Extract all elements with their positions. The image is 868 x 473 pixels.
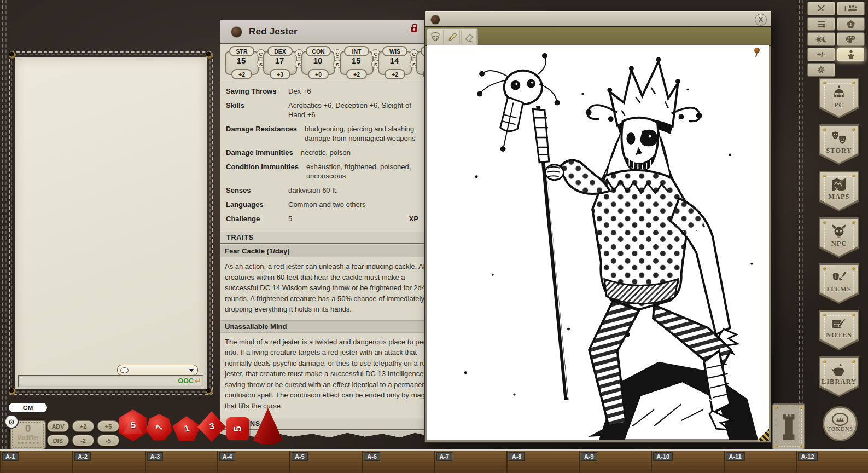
list-options-button[interactable] (807, 17, 835, 31)
modifier-button[interactable]: DIS (47, 435, 69, 446)
die-button[interactable]: 1 (837, 17, 865, 31)
nail-icon (823, 175, 826, 177)
section-entry: Fear Cackle (1/day) As an action, a red … (220, 245, 439, 319)
chat-input[interactable]: OOC ↵ (18, 375, 203, 387)
modifier-button[interactable]: ADV (47, 420, 69, 432)
hotbar-tab-label: A-1 (2, 452, 19, 461)
section-entries: Fear Cackle (1/day) As an action, a red … (220, 245, 439, 416)
ability-block: INT 15 +2 C S (340, 44, 378, 80)
image-tool-strip (427, 28, 478, 45)
detail-row: Skills Acrobatics +6, Deception +6, Slei… (226, 101, 435, 119)
hotbar-slot[interactable]: A-5 (289, 451, 362, 473)
jester-illustration[interactable] (427, 45, 769, 440)
sidebar-item-items[interactable]: ITEMS (819, 263, 859, 304)
ability-score[interactable]: 15 (225, 56, 258, 65)
detail-value: necrotic, poison (301, 148, 418, 157)
modifier-button[interactable]: +2 (72, 420, 94, 432)
hotbar-slot[interactable]: A-8 (506, 451, 579, 473)
chat-log[interactable]: OOC ↵ (15, 57, 207, 389)
modifier-button[interactable]: -5 (97, 435, 119, 446)
die[interactable]: 1 (172, 416, 201, 441)
nail-icon (852, 360, 855, 363)
settings-gear-button[interactable] (807, 63, 835, 77)
entry-name[interactable]: Unassailable Mind (220, 320, 439, 333)
palette-button[interactable] (837, 32, 865, 46)
entry-name[interactable]: Fear Cackle (1/day) (220, 245, 439, 257)
ability-modifier[interactable]: +2 (231, 69, 252, 79)
modifier-button[interactable]: -2 (72, 435, 94, 446)
crossed-swords-button[interactable] (807, 2, 835, 15)
modifiers-button[interactable]: +/- (807, 48, 835, 61)
close-icon[interactable]: X (755, 14, 767, 26)
sidebar-item-library[interactable]: LIBRARY (819, 356, 859, 397)
ability-name: CON (306, 46, 331, 56)
detail-value: Common and two others (288, 200, 418, 209)
radial-menu-knob-icon[interactable] (231, 26, 242, 38)
hotbar-slot[interactable]: A-2 (72, 451, 144, 473)
detail-value: bludgeoning, piercing and slashing damag… (305, 124, 418, 143)
hotbar-slot[interactable]: A-3 (145, 451, 217, 473)
ability-modifier[interactable]: +0 (308, 69, 329, 79)
chat-mode-ooc[interactable]: OOC (178, 377, 194, 385)
erase-tool-icon[interactable] (461, 30, 477, 44)
nail-icon (800, 445, 802, 447)
nail-icon (800, 406, 802, 409)
nail-icon (823, 221, 826, 224)
detail-value: Dex +6 (288, 86, 418, 96)
hotbar-slot[interactable]: A-12 (796, 451, 868, 473)
detail-row: Damage Immunities necrotic, poison (226, 148, 435, 157)
image-window-titlebar[interactable]: X (425, 11, 771, 27)
detail-label: Skills (226, 101, 281, 110)
pushpin-icon[interactable] (754, 48, 760, 53)
die-value: 7 (154, 424, 165, 432)
mask-tool-icon[interactable] (428, 30, 444, 44)
day-night-button[interactable] (807, 32, 835, 46)
npc-sheet-titlebar[interactable]: Red Jester (220, 20, 439, 44)
entry-name[interactable]: Multiattack (220, 431, 439, 443)
die[interactable]: 5 (226, 417, 249, 440)
sidebar-seam-stitch-2 (802, 0, 803, 449)
draw-tool-icon[interactable] (445, 30, 461, 44)
section-header: ACTIONS (220, 418, 439, 430)
die[interactable]: 7 (146, 414, 172, 441)
character-select-button[interactable] (837, 48, 865, 61)
sidebar-item-notes[interactable]: NOTES (819, 310, 859, 350)
nail-icon (823, 360, 826, 363)
nail-icon (823, 82, 826, 84)
sidebar-item-story[interactable]: STORY (819, 124, 859, 165)
ability-modifier[interactable]: +2 (346, 69, 367, 79)
hotbar-slot[interactable]: A-1 (0, 451, 72, 473)
dice-tower-button[interactable] (772, 403, 805, 450)
ability-modifier[interactable]: +3 (270, 69, 290, 79)
target-toggle-icon[interactable]: ⊙ (4, 414, 19, 429)
ability-score[interactable]: 17 (263, 56, 296, 65)
hotbar-slot[interactable]: A-9 (579, 451, 651, 473)
ability-score[interactable]: 14 (378, 56, 411, 65)
ability-score[interactable]: 15 (340, 56, 372, 65)
detail-label: Saving Throws (226, 86, 281, 96)
ability-score[interactable]: 10 (301, 56, 334, 65)
entry-text: As an action, a red jester can unleash a… (220, 257, 439, 319)
party-info-button[interactable]: i (837, 2, 865, 15)
detail-label: Languages (226, 200, 281, 209)
sidebar-item-npc[interactable]: NPC (819, 217, 859, 258)
chat-window: OOC ↵ (8, 50, 214, 396)
lock-icon[interactable] (411, 27, 417, 32)
ability-block: STR 15 +2 C S (225, 44, 263, 80)
nail-icon (823, 267, 826, 270)
modifier-button[interactable]: +5 (97, 420, 119, 432)
ability-modifier[interactable]: +2 (385, 69, 405, 79)
sidebar-item-tokens[interactable]: TOKENS (823, 406, 858, 441)
modifier-buttons: ADV +2 +5 DIS -2 -5 (47, 420, 124, 446)
hotbar-slot[interactable]: A-6 (362, 451, 434, 473)
chat-voice-dropdown[interactable] (117, 365, 198, 376)
hotbar-slot[interactable]: A-10 (651, 451, 723, 473)
hotbar-slot[interactable]: A-7 (434, 451, 506, 473)
hotbar-slot[interactable]: A-4 (217, 451, 289, 473)
nail-icon (775, 445, 778, 447)
radial-menu-knob-icon[interactable] (430, 15, 440, 25)
sidebar-item-pc[interactable]: PC (819, 78, 859, 118)
nail-icon (852, 128, 855, 131)
sidebar-item-maps[interactable]: MAPS (819, 171, 859, 211)
hotbar-slot[interactable]: A-11 (724, 451, 796, 473)
